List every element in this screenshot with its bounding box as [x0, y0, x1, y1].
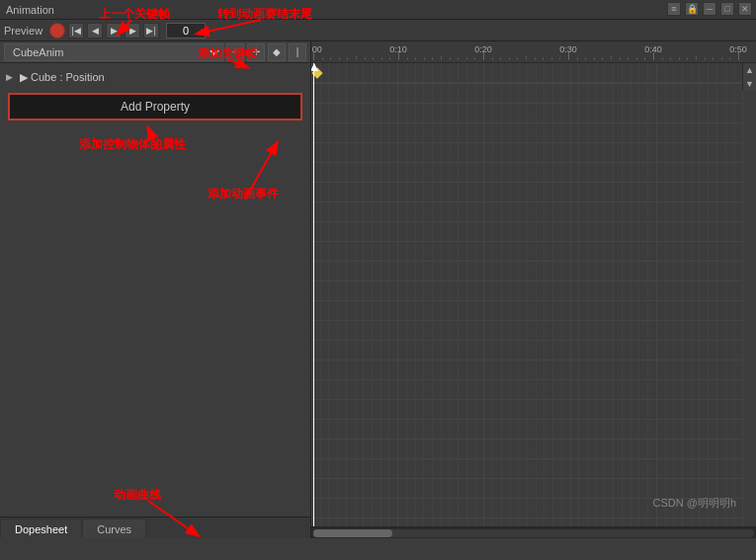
key-icon[interactable]: ◆: [268, 43, 286, 61]
preview-bar: Preview |◀ ◀ ▶ ▶ ▶|: [0, 20, 756, 41]
property-area: ▶ ▶ Cube : Position Add Property: [0, 63, 310, 517]
lock-icon[interactable]: 🔒: [685, 2, 699, 16]
title-bar: Animation ≡ 🔒 ─ □ ✕: [0, 0, 756, 20]
scroll-up-button[interactable]: ▲: [744, 63, 756, 77]
playhead[interactable]: [313, 63, 314, 526]
time-field[interactable]: [166, 23, 206, 39]
event-icon[interactable]: |: [289, 43, 306, 61]
timeline-scrollbar[interactable]: [311, 526, 756, 538]
tab-dopesheet[interactable]: Dopesheet: [0, 519, 82, 538]
next-frame-button[interactable]: ▶: [125, 23, 140, 39]
play-button[interactable]: ▶: [106, 23, 122, 39]
left-panel: CubeAnim + ✛ ◆ | ▶ ▶ Cube : Position Add…: [0, 41, 311, 538]
position-group: ▶ ▶ Cube : Position: [4, 67, 306, 87]
window-title: Animation: [6, 4, 54, 16]
position-prop-label: ▶ Cube : Position: [20, 71, 105, 84]
track-row-position: [311, 63, 756, 83]
move-icon[interactable]: ✛: [247, 43, 265, 61]
go-to-end-button[interactable]: ▶|: [143, 23, 159, 39]
scrollbar-thumb[interactable]: [313, 529, 392, 537]
watermark: CSDN @明明明h: [652, 496, 736, 511]
scroll-down-button[interactable]: ▼: [744, 77, 756, 91]
menu-icon[interactable]: ≡: [667, 2, 681, 16]
position-group-header[interactable]: ▶ ▶ Cube : Position: [4, 67, 306, 87]
tab-curves[interactable]: Curves: [82, 519, 146, 538]
record-button[interactable]: [49, 23, 65, 39]
prev-frame-button[interactable]: ◀: [87, 23, 103, 39]
right-scroll-arrows: ▲ ▼: [742, 63, 756, 91]
window-controls: ≡ 🔒 ─ □ ✕: [667, 2, 752, 16]
bottom-tabs: Dopesheet Curves: [0, 517, 310, 538]
timeline-grid[interactable]: CSDN @明明明h: [311, 63, 756, 526]
add-clip-icon[interactable]: +: [226, 43, 244, 61]
right-panel: 0:00 0:10 0:20 0:30 0:40 0:50: [311, 41, 756, 538]
add-property-button[interactable]: Add Property: [8, 93, 302, 120]
timeline-ruler[interactable]: 0:00 0:10 0:20 0:30 0:40 0:50: [311, 41, 756, 63]
clip-select[interactable]: CubeAnim: [4, 43, 223, 61]
expand-arrow: ▶: [6, 72, 16, 82]
close-btn[interactable]: ✕: [738, 2, 752, 16]
clip-bar: CubeAnim + ✛ ◆ |: [0, 41, 310, 63]
go-to-start-button[interactable]: |◀: [68, 23, 84, 39]
scrollbar-track: [313, 529, 754, 537]
minimize-btn[interactable]: ─: [703, 2, 716, 16]
preview-label: Preview: [4, 25, 42, 37]
maximize-btn[interactable]: □: [720, 2, 734, 16]
main-layout: CubeAnim + ✛ ◆ | ▶ ▶ Cube : Position Add…: [0, 41, 756, 538]
